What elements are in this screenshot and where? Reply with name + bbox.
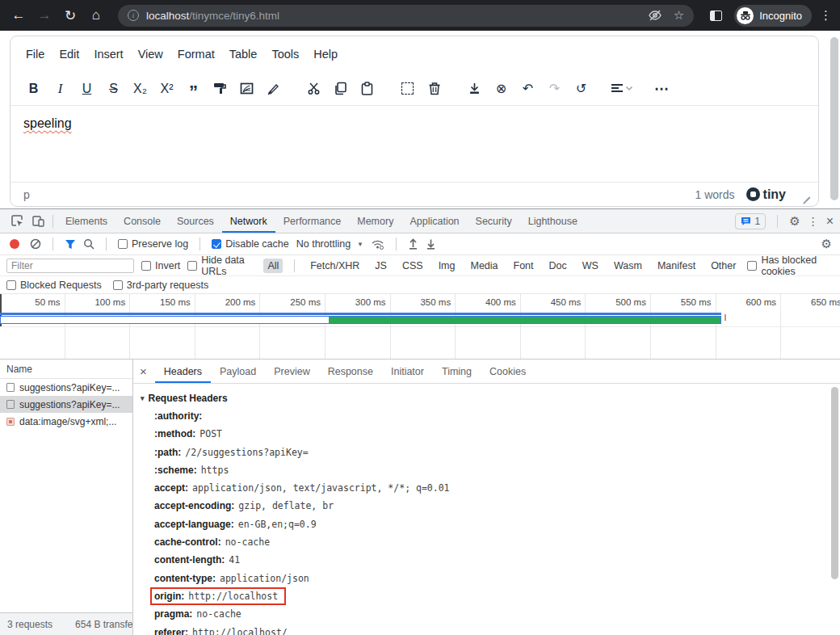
detail-tab-payload[interactable]: Payload bbox=[211, 360, 265, 383]
tab-console[interactable]: Console bbox=[116, 209, 169, 233]
address-bar[interactable]: i localhost/tinymce/tiny6.html ☆ bbox=[118, 5, 694, 27]
export-icon[interactable] bbox=[461, 77, 488, 101]
bookmark-star-icon[interactable]: ☆ bbox=[674, 8, 684, 23]
superscript-icon[interactable]: X² bbox=[153, 77, 180, 101]
import-har-icon[interactable] bbox=[408, 238, 418, 250]
filter-type-font[interactable]: Font bbox=[510, 259, 538, 273]
tracking-protection-icon[interactable] bbox=[648, 10, 662, 21]
menu-format[interactable]: Format bbox=[170, 44, 222, 65]
tab-sources[interactable]: Sources bbox=[169, 209, 222, 233]
incognito-badge[interactable]: Incognito bbox=[734, 5, 812, 27]
forward-icon[interactable]: → bbox=[34, 5, 55, 26]
preserve-log-checkbox[interactable] bbox=[118, 239, 128, 249]
permanent-pen-icon[interactable] bbox=[260, 77, 287, 101]
tiny-brand[interactable]: tiny bbox=[746, 187, 786, 202]
detail-tab-response[interactable]: Response bbox=[319, 360, 382, 383]
home-icon[interactable]: ⌂ bbox=[86, 5, 107, 26]
disable-cache-control[interactable]: Disable cache bbox=[212, 238, 289, 250]
invert-control[interactable]: Invert bbox=[141, 260, 180, 271]
element-path[interactable]: p bbox=[23, 188, 30, 201]
filter-funnel-icon[interactable] bbox=[65, 239, 76, 250]
has-blocked-cookies-control[interactable]: Has blocked cookies bbox=[747, 254, 834, 277]
blocked-requests-control[interactable]: Blocked Requests bbox=[6, 280, 102, 291]
blocked-requests-checkbox[interactable] bbox=[6, 280, 16, 290]
trash-icon[interactable] bbox=[421, 77, 447, 101]
more-toolbar-icon[interactable]: ⋯ bbox=[649, 77, 675, 101]
third-party-checkbox[interactable] bbox=[113, 280, 123, 290]
resize-handle-icon[interactable] bbox=[802, 191, 810, 199]
filter-type-all[interactable]: All bbox=[263, 259, 283, 273]
detail-tab-cookies[interactable]: Cookies bbox=[481, 360, 535, 383]
page-scrollbar[interactable] bbox=[830, 37, 838, 200]
collapse-triangle-icon[interactable]: ▾ bbox=[141, 389, 145, 407]
subscript-icon[interactable]: X₂ bbox=[127, 77, 153, 101]
bold-icon[interactable]: B bbox=[20, 77, 47, 101]
filter-type-img[interactable]: Img bbox=[435, 259, 460, 273]
tab-security[interactable]: Security bbox=[468, 209, 520, 233]
filter-input[interactable] bbox=[6, 259, 134, 273]
tab-application[interactable]: Application bbox=[401, 209, 467, 233]
filter-type-media[interactable]: Media bbox=[466, 259, 502, 273]
third-party-control[interactable]: 3rd-party requests bbox=[113, 280, 208, 291]
align-left-icon[interactable] bbox=[608, 77, 635, 101]
menu-table[interactable]: Table bbox=[222, 44, 265, 65]
inspect-element-icon[interactable] bbox=[6, 215, 27, 227]
preserve-log-control[interactable]: Preserve log bbox=[118, 238, 188, 250]
detail-tab-preview[interactable]: Preview bbox=[265, 360, 318, 383]
tab-lighthouse[interactable]: Lighthouse bbox=[520, 209, 586, 233]
devtools-settings-icon[interactable]: ⚙ bbox=[789, 214, 800, 229]
tab-performance[interactable]: Performance bbox=[275, 209, 350, 233]
request-headers-section[interactable]: ▾ Request Headers bbox=[133, 389, 840, 407]
name-column-header[interactable]: Name bbox=[0, 360, 132, 379]
word-count[interactable]: 1 words bbox=[695, 188, 735, 201]
hide-data-urls-control[interactable]: Hide data URLs bbox=[187, 254, 256, 277]
hide-data-urls-checkbox[interactable] bbox=[187, 261, 197, 271]
restore-draft-icon[interactable]: ↺ bbox=[568, 77, 594, 101]
clear-icon[interactable] bbox=[30, 238, 41, 250]
headers-scrollbar[interactable] bbox=[831, 387, 838, 579]
menu-tools[interactable]: Tools bbox=[264, 44, 306, 65]
misspelled-word[interactable]: speeling bbox=[23, 116, 72, 130]
tab-memory[interactable]: Memory bbox=[349, 209, 401, 233]
cut-icon[interactable] bbox=[300, 77, 327, 101]
back-icon[interactable]: ← bbox=[8, 5, 29, 26]
network-conditions-icon[interactable] bbox=[371, 239, 384, 250]
menu-help[interactable]: Help bbox=[306, 44, 345, 65]
menu-file[interactable]: File bbox=[19, 44, 52, 65]
redo-icon[interactable]: ↷ bbox=[541, 77, 568, 101]
paste-icon[interactable] bbox=[354, 77, 380, 101]
request-row[interactable]: data:image/svg+xml;... bbox=[0, 413, 132, 430]
site-info-icon[interactable]: i bbox=[128, 10, 139, 21]
browser-menu-icon[interactable]: ⋮ bbox=[820, 8, 832, 23]
device-toolbar-icon[interactable] bbox=[27, 215, 48, 227]
network-settings-icon[interactable]: ⚙ bbox=[821, 237, 832, 251]
disable-cache-checkbox[interactable] bbox=[212, 239, 221, 249]
filter-type-other[interactable]: Other bbox=[707, 259, 740, 273]
underline-icon[interactable]: U bbox=[74, 77, 100, 101]
export-har-icon[interactable] bbox=[426, 238, 436, 250]
has-blocked-cookies-checkbox[interactable] bbox=[747, 261, 757, 271]
filter-type-manifest[interactable]: Manifest bbox=[653, 259, 699, 273]
detail-tab-initiator[interactable]: Initiator bbox=[382, 360, 433, 383]
picture-fill-icon[interactable] bbox=[233, 77, 260, 101]
close-detail-icon[interactable]: × bbox=[140, 364, 147, 378]
blockquote-icon[interactable]: ” bbox=[180, 77, 207, 101]
filter-type-wasm[interactable]: Wasm bbox=[610, 259, 646, 273]
invert-checkbox[interactable] bbox=[141, 261, 151, 271]
filter-type-css[interactable]: CSS bbox=[398, 259, 427, 273]
select-all-icon[interactable] bbox=[394, 77, 421, 101]
menu-view[interactable]: View bbox=[131, 44, 170, 65]
menu-edit[interactable]: Edit bbox=[52, 44, 86, 65]
filter-type-js[interactable]: JS bbox=[371, 259, 391, 273]
throttling-select[interactable]: No throttling ▼ bbox=[296, 238, 363, 250]
request-row-selected[interactable]: suggestions?apiKey=... bbox=[0, 396, 132, 413]
paint-roller-icon[interactable] bbox=[207, 77, 233, 101]
detail-tab-headers[interactable]: Headers bbox=[155, 360, 211, 383]
strikethrough-icon[interactable]: S bbox=[100, 77, 127, 101]
editor-content[interactable]: speeling bbox=[10, 106, 818, 182]
filter-type-ws[interactable]: WS bbox=[578, 259, 603, 273]
devtools-menu-icon[interactable]: ⋮ bbox=[808, 215, 819, 228]
tab-network[interactable]: Network bbox=[222, 209, 275, 233]
record-icon[interactable] bbox=[10, 239, 19, 249]
tab-elements[interactable]: Elements bbox=[57, 209, 116, 233]
